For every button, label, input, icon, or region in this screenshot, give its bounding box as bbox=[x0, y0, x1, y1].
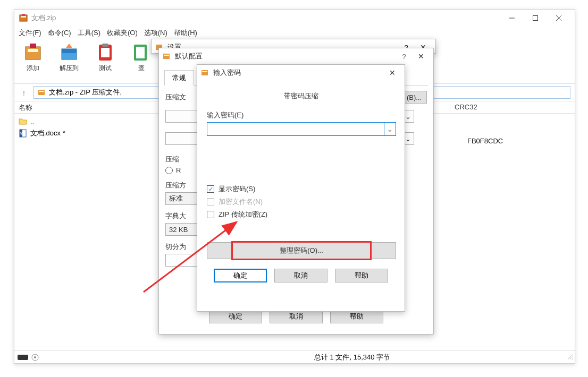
checkbox-icon bbox=[207, 198, 214, 205]
file-name: 文档.docx * bbox=[30, 128, 65, 138]
tool-label: 解压到 bbox=[60, 64, 79, 73]
up-icon[interactable]: ↑ bbox=[19, 88, 29, 97]
checkbox-encrypt-filenames: 加密文件名(N) bbox=[207, 195, 395, 208]
svg-line-27 bbox=[572, 358, 573, 359]
checkbox-icon bbox=[207, 211, 214, 218]
checkbox-label: 显示密码(S) bbox=[219, 184, 255, 194]
col-crc[interactable]: CRC32 bbox=[450, 101, 575, 113]
checkbox-icon bbox=[207, 185, 214, 193]
svg-rect-18 bbox=[39, 91, 44, 92]
crc-value: FB0F8CDC bbox=[467, 137, 503, 145]
svg-point-24 bbox=[34, 356, 36, 358]
svg-rect-30 bbox=[164, 55, 169, 56]
close-button[interactable] bbox=[547, 10, 570, 26]
browse-button[interactable]: (B)... bbox=[401, 91, 427, 104]
checkbox-zip-legacy[interactable]: ZIP 传统加密(Z) bbox=[207, 208, 395, 221]
folder-icon bbox=[19, 117, 27, 126]
svg-rect-11 bbox=[62, 49, 77, 53]
file-name: .. bbox=[30, 118, 34, 126]
view-icon bbox=[131, 41, 152, 63]
password-title: 输入密码 bbox=[213, 68, 383, 78]
extract-icon bbox=[58, 41, 80, 63]
svg-rect-13 bbox=[101, 48, 110, 57]
tool-label: 测试 bbox=[99, 64, 112, 73]
svg-rect-16 bbox=[136, 47, 145, 58]
archive-icon bbox=[37, 88, 46, 97]
svg-rect-4 bbox=[533, 16, 538, 21]
add-icon bbox=[22, 41, 44, 63]
chevron-down-icon[interactable]: ⌄ bbox=[384, 123, 396, 135]
status-icon bbox=[18, 354, 29, 361]
config-title: 默认配置 bbox=[175, 52, 396, 61]
tool-add[interactable]: 添加 bbox=[19, 41, 47, 73]
password-footer: 确定 取消 帮助 bbox=[197, 263, 405, 290]
help-button[interactable]: ? bbox=[396, 53, 412, 61]
archive-icon bbox=[200, 68, 209, 77]
tab-general[interactable]: 常规 bbox=[164, 70, 194, 85]
tool-extract[interactable]: 解压到 bbox=[55, 41, 83, 73]
svg-text:W: W bbox=[20, 132, 24, 135]
app-icon bbox=[19, 13, 28, 23]
dict-value: 32 KB bbox=[169, 226, 188, 234]
svg-rect-8 bbox=[28, 49, 38, 52]
svg-rect-1 bbox=[21, 16, 26, 18]
label-enter-password: 输入密码(E) bbox=[207, 110, 395, 120]
tool-label: 查 bbox=[138, 64, 145, 73]
close-icon[interactable]: ✕ bbox=[383, 68, 401, 77]
help-button[interactable]: 帮助 bbox=[335, 269, 388, 282]
svg-rect-17 bbox=[38, 90, 45, 95]
titlebar: 文档.zip bbox=[14, 10, 575, 27]
organize-passwords-button[interactable]: 整理密码(O)... bbox=[207, 242, 396, 259]
menubar: 文件(F) 命令(C) 工具(S) 收藏夹(O) 选项(N) 帮助(H) bbox=[14, 27, 575, 39]
checkbox-show-password[interactable]: 显示密码(S) bbox=[207, 183, 395, 195]
disc-icon bbox=[31, 354, 39, 361]
svg-rect-14 bbox=[102, 44, 108, 47]
tool-label: 添加 bbox=[27, 64, 39, 73]
checkbox-label: 加密文件名(N) bbox=[219, 197, 263, 207]
minimize-button[interactable] bbox=[500, 10, 524, 26]
svg-rect-29 bbox=[163, 54, 170, 59]
password-heading: 带密码压缩 bbox=[207, 91, 395, 101]
window-controls bbox=[500, 10, 570, 26]
menu-tools[interactable]: 工具(S) bbox=[78, 28, 100, 38]
maximize-button[interactable] bbox=[524, 10, 547, 26]
checkbox-label: ZIP 传统加密(Z) bbox=[219, 210, 267, 219]
button-label: 整理密码(O)... bbox=[280, 246, 323, 255]
svg-rect-2 bbox=[22, 14, 25, 16]
resize-grip[interactable] bbox=[565, 353, 575, 362]
window-title: 文档.zip bbox=[31, 13, 500, 23]
ok-button[interactable]: 确定 bbox=[214, 269, 267, 282]
docx-icon: W bbox=[19, 129, 27, 138]
dialog-titlebar: 默认配置 ? ✕ bbox=[159, 48, 433, 64]
svg-rect-32 bbox=[202, 71, 207, 72]
password-dialog: 输入密码 ✕ 带密码压缩 输入密码(E) ⌄ 显示密码(S) 加密文件名(N) … bbox=[197, 64, 405, 312]
method-value: 标准 bbox=[169, 194, 183, 203]
menu-help[interactable]: 帮助(H) bbox=[174, 28, 197, 38]
cancel-button[interactable]: 取消 bbox=[274, 269, 327, 282]
svg-rect-7 bbox=[26, 47, 40, 59]
close-icon[interactable]: ✕ bbox=[412, 52, 430, 61]
radio-icon bbox=[165, 167, 173, 174]
svg-rect-31 bbox=[201, 70, 208, 75]
statusbar: 总计 1 文件, 15,340 字节 bbox=[14, 350, 575, 363]
menu-options[interactable]: 选项(N) bbox=[144, 28, 167, 38]
path-text: 文档.zip - ZIP 压缩文件, bbox=[49, 88, 122, 97]
test-icon bbox=[95, 41, 116, 63]
password-input[interactable]: ⌄ bbox=[207, 122, 396, 136]
tool-test[interactable]: 测试 bbox=[91, 41, 120, 73]
status-text: 总计 1 文件, 15,340 字节 bbox=[312, 353, 565, 362]
menu-command[interactable]: 命令(C) bbox=[48, 28, 71, 38]
radio-label: R bbox=[176, 166, 181, 174]
svg-rect-22 bbox=[18, 355, 28, 360]
menu-favorites[interactable]: 收藏夹(O) bbox=[107, 28, 138, 38]
menu-file[interactable]: 文件(F) bbox=[19, 28, 41, 38]
archive-icon bbox=[162, 52, 171, 61]
dialog-titlebar: 输入密码 ✕ bbox=[197, 65, 405, 81]
svg-rect-9 bbox=[30, 44, 36, 48]
label-compress-file: 压缩文 bbox=[165, 92, 186, 102]
